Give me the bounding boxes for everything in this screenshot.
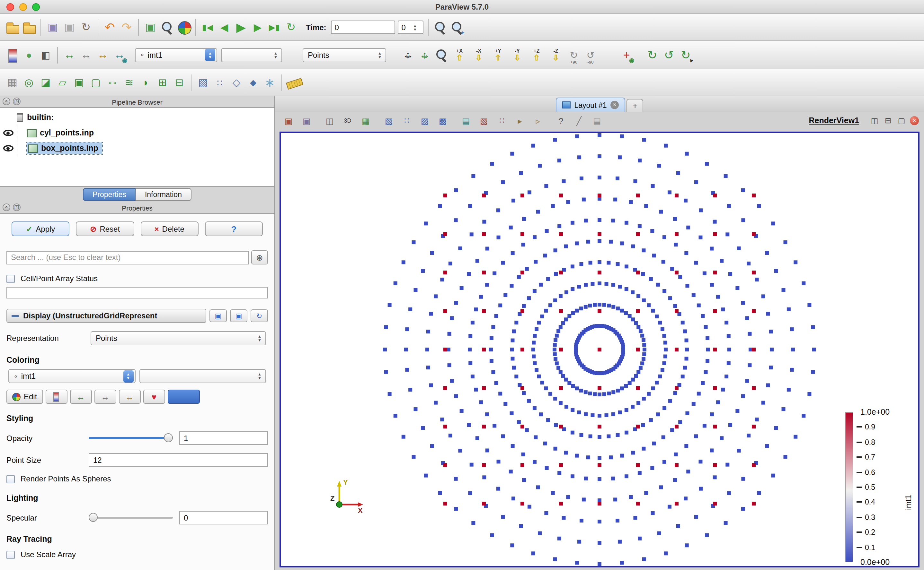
visibility-eye-icon[interactable]	[3, 145, 14, 152]
calculator-button[interactable]: ▦	[4, 73, 20, 92]
representation-select[interactable]: Points ▲▼	[91, 331, 266, 345]
opacity-slider[interactable]	[89, 431, 173, 445]
help-button[interactable]: ?	[205, 221, 263, 236]
close-view-button[interactable]: ×	[910, 116, 919, 125]
tab-information[interactable]: Information	[136, 188, 192, 201]
clip-button[interactable]: ◪	[37, 73, 54, 92]
rescale-to-data-button[interactable]: ↔	[70, 390, 92, 404]
color-legend[interactable]: 1.0e+000.90.80.70.60.50.40.30.20.10.0e+0…	[835, 412, 913, 562]
specular-slider[interactable]	[89, 511, 173, 524]
first-frame-button[interactable]: ▮◀	[199, 18, 216, 37]
select-cells-on-button[interactable]: ▧	[380, 111, 397, 130]
capture-view-button[interactable]: ◫	[321, 111, 338, 130]
view-plus-z-button[interactable]: +Z⇧	[527, 45, 546, 64]
redo-button[interactable]: ↷	[118, 18, 135, 37]
rotate-90-cw-button[interactable]: ↻+90	[566, 45, 582, 64]
zoom-to-data-button[interactable]: ↔↕	[417, 45, 433, 64]
adjust-camera-button[interactable]: ↻▸	[677, 45, 694, 64]
copy-selection-button[interactable]: ▤	[589, 111, 605, 130]
render-view-title[interactable]: RenderView1	[809, 116, 868, 125]
toggle-2d3d-button[interactable]: 3D	[339, 111, 356, 130]
slice-button[interactable]: ▱	[54, 73, 71, 92]
array-status-list[interactable]	[6, 287, 268, 299]
extract-subset-button[interactable]: ▢	[88, 73, 104, 92]
favorites-button[interactable]: ♥	[143, 390, 165, 404]
add-layout-tab-button[interactable]: +	[627, 99, 644, 112]
reset-camera-button[interactable]: ↔↕	[400, 45, 417, 64]
colormap-preview-button[interactable]	[4, 45, 20, 64]
axes-grid-button[interactable]: ▦	[357, 111, 374, 130]
minimize-window-button[interactable]	[19, 3, 27, 11]
select-cells-polygon-button[interactable]: ◇	[228, 73, 245, 92]
glyph-filter-button[interactable]: ∘∘	[104, 73, 121, 92]
toggle-center-axes-button[interactable]: +◉	[618, 45, 635, 64]
float-dock-icon[interactable]: ◳	[13, 98, 20, 105]
warp-by-vector-button[interactable]: ◗	[137, 73, 154, 92]
open-file-button[interactable]	[4, 18, 20, 37]
interactive-select-cells-button[interactable]: ▧	[475, 111, 492, 130]
point-size-field[interactable]: 12	[89, 453, 268, 467]
search-options-button[interactable]: ⊛	[251, 250, 268, 265]
rescale-temporal-button[interactable]: ↔	[118, 390, 140, 404]
representation-combo[interactable]: Points▲▼	[303, 48, 386, 62]
interactive-select-button[interactable]: ∗	[261, 73, 278, 92]
delete-button[interactable]: × Delete	[140, 221, 198, 236]
search-input[interactable]: Search ... (use Esc to clear text)	[6, 251, 249, 264]
select-cells-through-button[interactable]: ▨	[417, 111, 433, 130]
separate-colormap-button[interactable]: ◧	[37, 45, 54, 64]
component-combo[interactable]: ▲▼	[221, 48, 282, 62]
rescale-temporal-button[interactable]: ↔	[94, 45, 111, 64]
close-layout-tab-button[interactable]: ×	[611, 101, 619, 109]
use-scale-array-checkbox[interactable]	[6, 550, 15, 559]
save-screenshot-button[interactable]: ▣	[280, 111, 297, 130]
select-points-on-button[interactable]: ∷	[398, 111, 415, 130]
render-points-as-spheres-checkbox[interactable]	[6, 475, 15, 483]
maximize-view-button[interactable]: ▢	[896, 116, 907, 126]
connect-server-button[interactable]: ▣	[45, 18, 61, 37]
reload-display-button[interactable]: ↻	[251, 310, 268, 322]
rescale-custom-button[interactable]: ↔	[78, 45, 94, 64]
color-map-editor-button[interactable]	[175, 18, 192, 37]
close-dock-icon[interactable]: ×	[3, 98, 10, 105]
specular-field[interactable]: 0	[179, 511, 268, 524]
select-points-polygon-button[interactable]: ◆	[245, 73, 261, 92]
disconnect-server-button[interactable]: ▣	[61, 18, 78, 37]
view-minus-z-button[interactable]: -Z⇩	[546, 45, 566, 64]
contour-button[interactable]: ◎	[20, 73, 37, 92]
coloring-combo[interactable]: ∘imt1▲▼	[135, 48, 217, 62]
rescale-visible-button[interactable]: ↔◉	[111, 45, 128, 64]
render-canvas[interactable]	[281, 133, 918, 566]
coloring-array-select[interactable]: ∘ imt1 ▲▼	[8, 369, 135, 383]
render-viewport[interactable]: X Y Z 1.0e+000.90.80.70.60.50.40.30.20.1…	[280, 132, 919, 567]
rescale-custom-button[interactable]: ↔	[94, 390, 116, 404]
selection-help-button[interactable]: ?	[553, 111, 569, 130]
time-value-input[interactable]: 0	[331, 20, 395, 34]
edit-color-button[interactable]: ●	[20, 45, 37, 64]
view-minus-x-button[interactable]: -X⇩	[469, 45, 488, 64]
view-minus-y-button[interactable]: -Y⇩	[507, 45, 527, 64]
coloring-component-select[interactable]: ▲▼	[139, 369, 266, 383]
group-datasets-button[interactable]: ⊞	[154, 73, 171, 92]
tab-properties[interactable]: Properties	[83, 188, 136, 201]
edit-selection-button[interactable]: ╱	[570, 111, 587, 130]
opacity-field[interactable]: 1	[179, 431, 268, 445]
close-dock-icon[interactable]: ×	[3, 204, 10, 211]
zoom-window-button[interactable]	[32, 3, 40, 11]
threshold-button[interactable]: ▣	[71, 73, 88, 92]
select-points-through-button[interactable]: ▩	[434, 111, 451, 130]
camera-tools-button[interactable]	[432, 18, 449, 37]
select-cells-rectangle-button[interactable]: ▧	[195, 73, 211, 92]
selected-pipeline-item[interactable]: box_points.inp	[27, 142, 102, 154]
pipeline-item-builtin[interactable]: builtin:	[0, 110, 274, 125]
view-plus-x-button[interactable]: +X⇧	[450, 45, 469, 64]
zoom-to-box-button[interactable]	[433, 45, 450, 64]
add-camera-link-button[interactable]: +	[449, 18, 465, 37]
rotate-90-ccw-button[interactable]: ↺-90	[582, 45, 599, 64]
ruler-button[interactable]	[285, 73, 302, 92]
close-window-button[interactable]	[6, 3, 14, 11]
stream-tracer-button[interactable]: ≋	[121, 73, 137, 92]
reset-session-button[interactable]: ↻	[78, 18, 94, 37]
time-step-spinbox[interactable]: 0▲▼	[398, 20, 423, 34]
apply-button[interactable]: ✓ Apply	[12, 221, 70, 236]
visibility-eye-icon[interactable]	[3, 130, 14, 136]
